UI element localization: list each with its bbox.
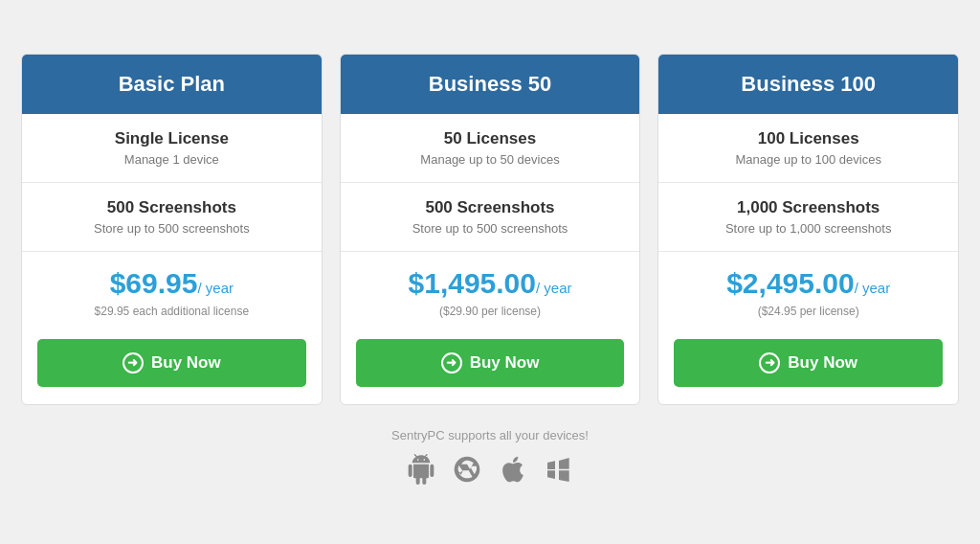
license-subtitle-business100: Manage up to 100 devices xyxy=(670,152,947,167)
android-icon xyxy=(406,454,436,491)
license-title-business100: 100 Licenses xyxy=(670,129,947,148)
buy-label-basic: Buy Now xyxy=(151,353,221,373)
buy-button-business100[interactable]: ➜ Buy Now xyxy=(674,339,943,387)
price-section-business50: $1,495.00/ year ($29.90 per license) xyxy=(341,252,640,326)
arrow-icon-basic: ➜ xyxy=(122,352,144,374)
screenshots-section-business100: 1,000 Screenshots Store up to 1,000 scre… xyxy=(658,183,958,252)
plan-body-basic: Single License Manage 1 device 500 Scree… xyxy=(22,114,322,404)
license-title-basic: Single License xyxy=(33,129,310,148)
plan-header-business100: Business 100 xyxy=(658,55,958,114)
plan-header-business50: Business 50 xyxy=(341,55,640,114)
price-period-business100: / year xyxy=(855,280,891,296)
price-note-business100: ($24.95 per license) xyxy=(670,305,947,318)
buy-section-business50: ➜ Buy Now xyxy=(341,326,640,404)
price-note-basic: $29.95 each additional license xyxy=(33,305,310,318)
screenshots-section-basic: 500 Screenshots Store up to 500 screensh… xyxy=(22,183,322,252)
buy-label-business100: Buy Now xyxy=(788,353,858,373)
license-section-business50: 50 Licenses Manage up to 50 devices xyxy=(341,114,640,183)
device-icons xyxy=(391,454,589,491)
buy-section-basic: ➜ Buy Now xyxy=(22,326,322,404)
license-section-basic: Single License Manage 1 device xyxy=(22,114,322,183)
plan-body-business50: 50 Licenses Manage up to 50 devices 500 … xyxy=(341,114,640,404)
screenshots-section-business50: 500 Screenshots Store up to 500 screensh… xyxy=(341,183,640,252)
price-main-basic: $69.95 xyxy=(110,267,198,299)
buy-button-basic[interactable]: ➜ Buy Now xyxy=(37,339,306,387)
buy-button-business50[interactable]: ➜ Buy Now xyxy=(356,339,625,387)
buy-label-business50: Buy Now xyxy=(470,353,540,373)
screenshots-title-business50: 500 Screenshots xyxy=(352,198,629,217)
price-period-basic: / year xyxy=(197,280,234,296)
footer-text: SentryPC supports all your devices! xyxy=(391,428,589,442)
price-note-business50: ($29.90 per license) xyxy=(352,305,629,318)
screenshots-subtitle-basic: Store up to 500 screenshots xyxy=(33,221,310,236)
screenshots-subtitle-business100: Store up to 1,000 screenshots xyxy=(670,221,947,236)
license-subtitle-basic: Manage 1 device xyxy=(33,152,310,167)
plan-header-basic: Basic Plan xyxy=(22,55,322,114)
price-main-business50: $1,495.00 xyxy=(409,267,536,299)
plan-card-basic: Basic Plan Single License Manage 1 devic… xyxy=(21,54,323,405)
apple-icon xyxy=(498,454,528,491)
footer-section: SentryPC supports all your devices! xyxy=(391,428,589,491)
windows-icon xyxy=(544,454,574,491)
chrome-icon xyxy=(452,454,482,491)
license-section-business100: 100 Licenses Manage up to 100 devices xyxy=(658,114,958,183)
plan-body-business100: 100 Licenses Manage up to 100 devices 1,… xyxy=(658,114,958,404)
price-section-basic: $69.95/ year $29.95 each additional lice… xyxy=(22,252,322,326)
arrow-icon-business100: ➜ xyxy=(759,352,780,374)
license-subtitle-business50: Manage up to 50 devices xyxy=(352,152,629,167)
screenshots-title-basic: 500 Screenshots xyxy=(33,198,310,217)
price-period-business50: / year xyxy=(536,280,572,296)
price-main-business100: $2,495.00 xyxy=(726,267,854,299)
arrow-icon-business50: ➜ xyxy=(441,352,462,374)
screenshots-subtitle-business50: Store up to 500 screenshots xyxy=(352,221,629,236)
license-title-business50: 50 Licenses xyxy=(352,129,629,148)
buy-section-business100: ➜ Buy Now xyxy=(658,326,958,404)
plans-container: Basic Plan Single License Manage 1 devic… xyxy=(21,54,959,405)
plan-card-business100: Business 100 100 Licenses Manage up to 1… xyxy=(657,54,959,405)
screenshots-title-business100: 1,000 Screenshots xyxy=(670,198,947,217)
price-section-business100: $2,495.00/ year ($24.95 per license) xyxy=(658,252,958,326)
plan-card-business50: Business 50 50 Licenses Manage up to 50 … xyxy=(340,54,641,405)
